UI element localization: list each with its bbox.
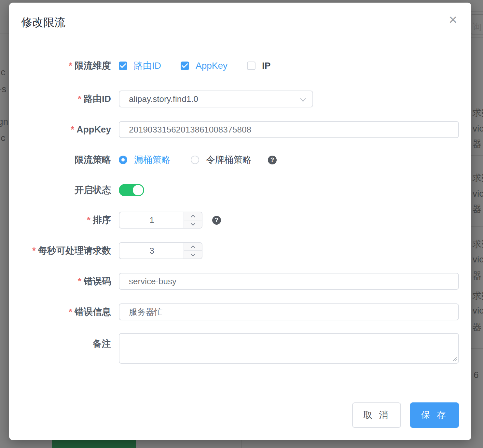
backdrop-table-line — [241, 440, 242, 448]
error-message-input[interactable] — [119, 303, 459, 320]
field-label: *每秒可处理请求数 — [9, 245, 111, 257]
field-label: 限流策略 — [9, 154, 111, 166]
checkbox-route-id[interactable]: 路由ID — [119, 60, 161, 72]
backdrop-text-fragment: 器 — [473, 138, 482, 150]
chevron-down-icon — [299, 96, 307, 106]
checkbox-unchecked — [247, 62, 255, 70]
backdrop-text-fragment: ic — [0, 133, 5, 143]
backdrop-text-fragment: vic — [473, 254, 483, 265]
backdrop-table-line — [471, 76, 483, 76]
backdrop-text-fragment: 器 — [473, 270, 482, 282]
dialog-title: 修改限流 — [21, 15, 65, 30]
radio-leaky-bucket[interactable]: 漏桶策略 — [119, 154, 171, 166]
field-label: 备注 — [9, 333, 111, 350]
toggle-knob — [133, 185, 143, 195]
field-row-dimension: *限流维度 路由ID AppKey IP — [9, 59, 471, 73]
backdrop-text-fragment: ic — [0, 67, 5, 77]
field-label: *限流维度 — [9, 60, 111, 72]
radio-label: 令牌桶策略 — [206, 154, 252, 166]
sort-number-input[interactable]: 1 — [119, 212, 202, 229]
sort-value: 1 — [119, 212, 184, 228]
appkey-input[interactable] — [119, 121, 459, 138]
field-label: 开启状态 — [9, 184, 111, 196]
enabled-toggle-on[interactable] — [119, 184, 144, 196]
required-asterisk: * — [69, 61, 72, 71]
field-row-strategy: 限流策略 漏桶策略 令牌桶策略 ? — [9, 153, 471, 167]
error-code-input[interactable] — [119, 273, 459, 290]
radio-unselected — [191, 156, 199, 164]
backdrop-green-bar — [52, 440, 136, 448]
checkbox-checked — [181, 62, 189, 70]
stepper-up-button[interactable] — [184, 243, 202, 251]
radio-token-bucket[interactable]: 令牌桶策略 — [191, 154, 252, 166]
backdrop-text-fragment: 6 — [474, 370, 479, 380]
checkbox-label: 路由ID — [134, 60, 161, 72]
backdrop-table-line — [471, 155, 483, 156]
backdrop-text-fragment: -s — [0, 84, 6, 94]
help-icon[interactable]: ? — [212, 216, 221, 225]
checkbox-appkey[interactable]: AppKey — [181, 61, 228, 71]
backdrop-table-line — [0, 18, 9, 18]
field-row-appkey: *AppKey — [9, 121, 471, 138]
field-row-qps: *每秒可处理请求数 3 — [9, 242, 471, 259]
backdrop-text-fragment: 器 — [473, 321, 482, 333]
remark-textarea[interactable] — [119, 333, 459, 364]
required-asterisk: * — [32, 245, 36, 256]
backdrop-text-fragment: vic — [473, 123, 483, 134]
cancel-button[interactable]: 取 消 — [352, 402, 401, 428]
field-label: *AppKey — [9, 124, 111, 135]
required-asterisk: * — [87, 215, 90, 225]
field-label: *错误信息 — [9, 306, 111, 318]
stepper-up-button[interactable] — [184, 212, 202, 220]
field-row-enabled: 开启状态 — [9, 184, 471, 196]
qps-number-input[interactable]: 3 — [119, 242, 202, 259]
checkbox-label: IP — [262, 61, 270, 71]
checkbox-checked — [119, 62, 127, 70]
backdrop-text-fragment: 器 — [473, 203, 482, 215]
backdrop-text-fragment: 询 — [473, 21, 482, 33]
number-stepper — [184, 212, 202, 228]
help-icon[interactable]: ? — [268, 156, 277, 164]
stepper-down-button[interactable] — [184, 220, 202, 228]
field-label: *路由ID — [9, 93, 111, 105]
radio-label: 漏桶策略 — [134, 154, 171, 166]
backdrop-table-line — [471, 37, 483, 38]
backdrop-text-fragment: 求数 — [473, 172, 483, 184]
backdrop-text-fragment: vic — [473, 305, 483, 316]
required-asterisk: * — [78, 94, 81, 104]
field-label: *排序 — [9, 214, 111, 226]
field-row-sort: *排序 1 ? — [9, 212, 471, 229]
backdrop-text-fragment: gn — [0, 117, 8, 127]
checkbox-ip[interactable]: IP — [247, 61, 270, 71]
field-label: *错误码 — [9, 275, 111, 287]
field-row-route-id: *路由ID alipay.story.find1.0 — [9, 91, 471, 107]
qps-value: 3 — [119, 243, 184, 259]
backdrop-table-line — [471, 226, 483, 227]
backdrop-table-line — [471, 429, 483, 429]
save-button[interactable]: 保 存 — [410, 402, 459, 428]
backdrop-table-line — [0, 34, 9, 34]
checkbox-label: AppKey — [196, 61, 228, 71]
edit-rate-limit-dialog: 修改限流 ✕ *限流维度 路由ID AppKey IP *路 — [9, 3, 471, 440]
backdrop-text-fragment: vic — [473, 189, 483, 199]
backdrop-text-fragment: 求数 — [473, 107, 483, 119]
backdrop-text-fragment: 求数 — [473, 238, 483, 250]
backdrop-table-line — [471, 11, 483, 12]
required-asterisk: * — [69, 307, 72, 317]
required-asterisk: * — [71, 124, 74, 134]
route-id-select[interactable]: alipay.story.find1.0 — [119, 91, 313, 107]
backdrop-table-line — [471, 348, 483, 349]
field-row-error-message: *错误信息 — [9, 303, 471, 320]
stepper-down-button[interactable] — [184, 251, 202, 259]
field-row-remark: 备注 — [9, 333, 471, 364]
number-stepper — [184, 243, 202, 259]
close-icon[interactable]: ✕ — [448, 14, 458, 25]
backdrop-text-fragment: 求数 — [473, 290, 483, 302]
route-id-selected-value: alipay.story.find1.0 — [129, 94, 198, 104]
radio-selected — [119, 156, 127, 164]
field-row-error-code: *错误码 — [9, 273, 471, 290]
required-asterisk: * — [78, 276, 81, 286]
